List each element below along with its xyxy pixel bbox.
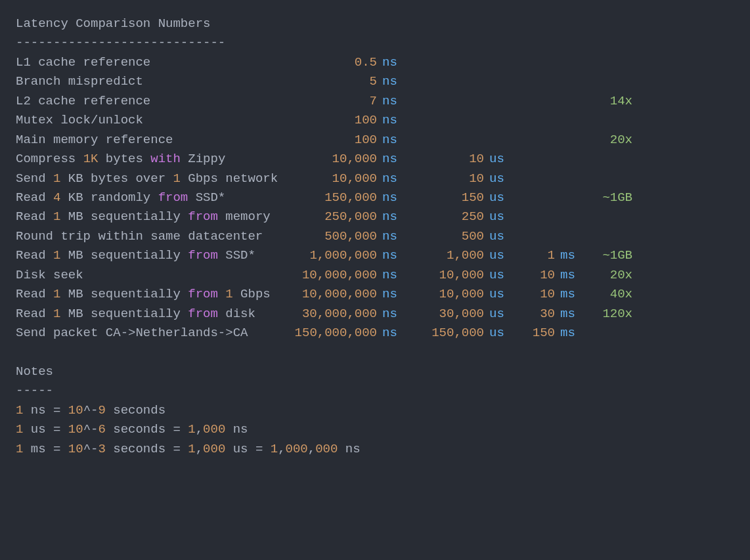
value-ms	[516, 188, 555, 207]
table-row: Read 1 MB sequentially from disk30,000,0…	[16, 305, 734, 324]
value-ms: 30	[516, 305, 555, 324]
unit-ms	[555, 169, 586, 188]
unit-ms: ms	[555, 305, 586, 324]
value-ms	[516, 92, 555, 111]
row-note: 14x	[586, 92, 632, 111]
value-us: 250	[412, 207, 484, 226]
unit-ns: ns	[377, 285, 412, 304]
row-note: ~1GB	[586, 188, 632, 207]
row-note	[586, 324, 632, 343]
value-ms: 10	[516, 285, 555, 304]
unit-ms	[555, 150, 586, 169]
value-ns: 150,000,000	[278, 324, 377, 343]
row-label: Send 1 KB bytes over 1 Gbps network	[16, 169, 278, 188]
value-ms	[516, 53, 555, 72]
row-note	[586, 207, 632, 226]
notes-rule: -----	[16, 381, 734, 400]
unit-ns: ns	[377, 92, 412, 111]
table-row: Branch mispredict5ns	[16, 72, 734, 91]
row-label: L1 cache reference	[16, 53, 278, 72]
unit-ns: ns	[377, 227, 412, 246]
value-us: 150	[412, 188, 484, 207]
unit-ms: ms	[555, 266, 586, 285]
notes-title: Notes	[16, 362, 734, 381]
unit-us: us	[484, 305, 516, 324]
value-us	[412, 92, 484, 111]
value-us: 1,000	[412, 246, 484, 265]
note-line: 1 ms = 10^-3 seconds = 1,000 us = 1,000,…	[16, 440, 734, 459]
unit-ns: ns	[377, 266, 412, 285]
unit-us: us	[484, 188, 516, 207]
page-title: Latency Comparison Numbers	[16, 14, 734, 33]
row-label: Read 1 MB sequentially from SSD*	[16, 246, 278, 265]
table-row: Read 1 MB sequentially from 1 Gbps10,000…	[16, 285, 734, 304]
value-ns: 10,000	[278, 169, 377, 188]
unit-ns: ns	[377, 53, 412, 72]
unit-ns: ns	[377, 207, 412, 226]
row-label: Branch mispredict	[16, 72, 278, 91]
table-row: Disk seek10,000,000ns10,000us10ms20x	[16, 266, 734, 285]
unit-ms: ms	[555, 246, 586, 265]
value-ms	[516, 207, 555, 226]
unit-us	[484, 72, 516, 91]
row-label: Read 1 MB sequentially from 1 Gbps	[16, 285, 278, 304]
unit-us: us	[484, 207, 516, 226]
value-ns: 150,000	[278, 188, 377, 207]
row-note	[586, 53, 632, 72]
value-ms: 150	[516, 324, 555, 343]
table-row: Compress 1K bytes with Zippy10,000ns10us	[16, 150, 734, 169]
row-note	[586, 111, 632, 130]
value-ns: 100	[278, 131, 377, 150]
row-note: 120x	[586, 305, 632, 324]
row-label: Disk seek	[16, 266, 278, 285]
notes-section: 1 ns = 10^-9 seconds1 us = 10^-6 seconds…	[16, 401, 734, 459]
value-ns: 500,000	[278, 227, 377, 246]
table-row: Send 1 KB bytes over 1 Gbps network10,00…	[16, 169, 734, 188]
unit-ms	[555, 53, 586, 72]
value-us: 10,000	[412, 285, 484, 304]
row-label: Read 4 KB randomly from SSD*	[16, 188, 278, 207]
value-ms	[516, 227, 555, 246]
unit-us	[484, 131, 516, 150]
row-note	[586, 72, 632, 91]
value-us: 10	[412, 169, 484, 188]
row-label: Read 1 MB sequentially from memory	[16, 207, 278, 226]
row-label: L2 cache reference	[16, 92, 278, 111]
row-label: Mutex lock/unlock	[16, 111, 278, 130]
value-us: 30,000	[412, 305, 484, 324]
value-ms	[516, 150, 555, 169]
value-ms	[516, 72, 555, 91]
unit-ns: ns	[377, 111, 412, 130]
unit-ns: ns	[377, 246, 412, 265]
unit-ms	[555, 131, 586, 150]
unit-us: us	[484, 227, 516, 246]
unit-ms: ms	[555, 324, 586, 343]
value-us: 10	[412, 150, 484, 169]
row-note	[586, 227, 632, 246]
value-us: 150,000	[412, 324, 484, 343]
row-label: Compress 1K bytes with Zippy	[16, 150, 278, 169]
blank-line	[16, 343, 734, 362]
table-row: Read 1 MB sequentially from SSD*1,000,00…	[16, 246, 734, 265]
row-label: Read 1 MB sequentially from disk	[16, 305, 278, 324]
value-ns: 10,000,000	[278, 285, 377, 304]
value-ns: 100	[278, 111, 377, 130]
value-ns: 30,000,000	[278, 305, 377, 324]
unit-ns: ns	[377, 131, 412, 150]
row-note: 40x	[586, 285, 632, 304]
unit-ns: ns	[377, 72, 412, 91]
unit-ms	[555, 92, 586, 111]
value-us	[412, 72, 484, 91]
value-ns: 10,000	[278, 150, 377, 169]
unit-ms	[555, 72, 586, 91]
value-ns: 250,000	[278, 207, 377, 226]
row-label: Main memory reference	[16, 131, 278, 150]
latency-document: Latency Comparison Numbers -------------…	[0, 0, 750, 473]
unit-us: us	[484, 266, 516, 285]
unit-ns: ns	[377, 188, 412, 207]
value-ms: 1	[516, 246, 555, 265]
unit-us: us	[484, 150, 516, 169]
unit-ns: ns	[377, 169, 412, 188]
row-note	[586, 150, 632, 169]
row-note: 20x	[586, 266, 632, 285]
